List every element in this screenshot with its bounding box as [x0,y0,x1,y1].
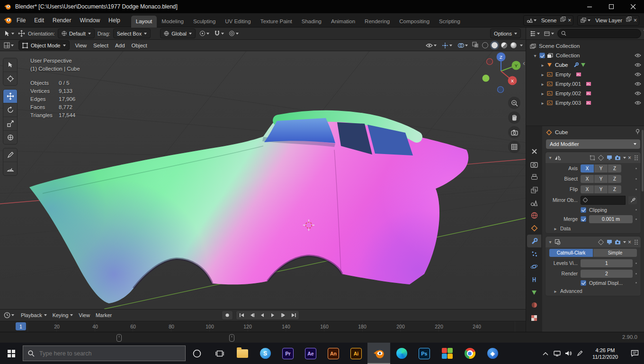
pan-hand-icon[interactable] [508,111,520,124]
mode-dropdown[interactable]: Object Mode [18,40,70,50]
tab-uv-editing[interactable]: UV Editing [220,16,255,27]
scene-name[interactable]: Scene [539,18,559,23]
options-dropdown[interactable]: Options [490,28,521,38]
shading-solid-button[interactable] [492,42,498,48]
simple-button[interactable]: Simple [593,249,637,257]
merge-threshold-field[interactable]: 0.001 m [589,215,633,223]
mirror-data-section[interactable]: ▸Data [546,224,641,233]
tab-layout[interactable]: Layout [131,16,157,27]
menu-render[interactable]: Render [48,17,75,24]
media-app-icon[interactable] [436,343,458,364]
outliner-row-empty-001[interactable]: ▸ Empty.001 [526,79,644,89]
catmull-clark-button[interactable]: Catmull-Clark [549,249,593,257]
sidebar-collapse-arrow[interactable]: ‹ [523,59,525,67]
show-in-editmode-toggle[interactable] [598,239,604,246]
blender-taskbar-icon[interactable] [367,343,390,364]
viewport-3d[interactable]: User Perspective (1) Collection | Cube O… [0,51,526,309]
xray-toggle-icon[interactable] [472,42,479,49]
timeline-ruler[interactable]: 1 20 40 60 80 100 120 140 160 180 200 22… [0,321,526,332]
outliner-row-empty-003[interactable]: ▸ Empty.003 [526,98,644,108]
prev-keyframe-button[interactable] [247,311,257,319]
close-button[interactable] [622,0,644,13]
play-button[interactable] [268,311,278,319]
gizmos-toggle-icon[interactable] [441,42,453,49]
viewport-menu-add[interactable]: Add [114,43,126,48]
timeline-menu-marker[interactable]: Marker [96,312,112,318]
scale-tool[interactable] [3,117,17,131]
blue-circle-app-icon-2[interactable]: ◈ [481,343,504,364]
orientation-dropdown[interactable]: Default [58,28,95,38]
tab-constraint-properties[interactable] [527,273,541,286]
viewport-menu-view[interactable]: View [73,43,88,48]
shading-dropdown-icon[interactable] [520,45,523,46]
eye-icon[interactable] [635,82,641,86]
pen-icon[interactable] [574,343,585,364]
bisect-x-button[interactable]: X [581,175,594,183]
drag-dropdown[interactable]: Select Box [113,28,151,38]
viewport-editor-type-icon[interactable] [3,42,15,48]
select-box-tool[interactable] [3,58,17,72]
transform-tool[interactable] [3,131,17,144]
gizmo-neg-z[interactable] [498,87,504,93]
eye-icon[interactable] [635,63,641,67]
overlays-toggle-icon[interactable] [456,42,469,49]
timeline-playhead[interactable]: 1 [16,322,26,330]
pivot-dropdown[interactable]: Global [160,28,196,38]
volume-icon[interactable] [563,343,574,364]
viewport-menu-select[interactable]: Select [92,43,110,48]
orthographic-toggle-icon[interactable] [508,141,520,153]
camera-view-icon[interactable] [508,126,520,138]
view-layer-selector[interactable]: View Layer × [577,15,639,26]
tab-rendering[interactable]: Rendering [360,16,394,27]
tab-data-properties[interactable] [527,286,541,299]
jump-to-start-button[interactable] [236,311,247,319]
bisect-z-button[interactable]: Z [608,175,621,183]
axis-x-button[interactable]: X [581,164,594,173]
task-view-button[interactable] [208,343,231,364]
shading-wireframe-button[interactable] [482,42,488,48]
outliner-row-collection[interactable]: ▾ Collection [526,51,644,60]
start-button[interactable] [0,343,23,364]
tab-object-properties[interactable] [527,222,541,235]
modifier-extras-icon[interactable] [623,241,626,243]
pin-icon[interactable] [635,129,640,136]
modifier-close-icon[interactable]: × [628,239,631,246]
tab-view-layer-properties[interactable] [527,183,541,196]
timeline-menu-playback[interactable]: Playback [21,312,47,318]
menu-window[interactable]: Window [75,17,104,24]
cortana-button[interactable] [186,343,208,364]
jump-to-end-button[interactable] [288,311,299,319]
proportional-editing-icon[interactable] [228,30,240,36]
view-layer-remove-icon[interactable]: × [634,17,637,24]
viewport-menu-object[interactable]: Object [130,43,149,48]
flip-z-button[interactable]: Z [608,185,621,193]
taskbar-search[interactable] [23,346,186,361]
tab-texture-properties[interactable] [527,311,541,324]
minimize-button[interactable] [579,0,600,13]
outliner-search[interactable] [557,29,641,38]
outliner-display-mode-icon[interactable] [543,31,555,36]
tab-modeling[interactable]: Modeling [157,16,188,27]
show-realtime-toggle[interactable] [606,155,613,161]
flip-x-button[interactable]: X [581,185,594,193]
eyedropper-icon[interactable] [628,196,637,204]
view-layer-new-icon[interactable] [626,17,632,24]
tab-physics-properties[interactable] [527,260,541,273]
modifier-extras-icon[interactable] [623,157,626,159]
expand-icon[interactable]: ▾ [548,155,553,160]
rotate-tool[interactable] [3,103,17,117]
breadcrumb-object-name[interactable]: Cube [555,129,568,135]
record-button[interactable] [222,311,233,319]
shading-rendered-button[interactable] [510,42,517,48]
illustrator-icon[interactable]: Ai [345,343,367,364]
timeline-menu-view[interactable]: View [79,312,90,318]
menu-help[interactable]: Help [104,17,125,24]
scene-selector[interactable]: Scene × [523,15,574,26]
premiere-pro-icon[interactable]: Pr [277,343,299,364]
merge-checkbox[interactable] [581,216,586,222]
snap-magnet-icon[interactable] [213,30,225,36]
eye-icon[interactable] [635,53,641,58]
bisect-y-button[interactable]: Y [594,175,608,183]
modifier-drag-handle[interactable] [634,239,638,245]
scene-unlink-icon[interactable]: × [568,17,571,24]
